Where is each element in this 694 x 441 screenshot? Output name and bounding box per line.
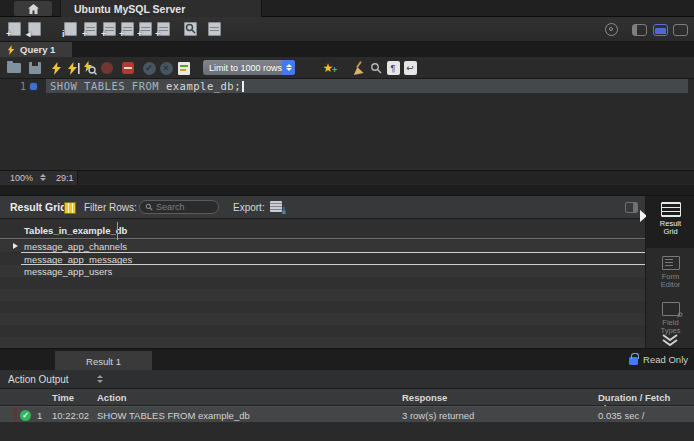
stop-query-icon[interactable] xyxy=(99,60,115,76)
action-output-column-headers: Time Action Response Duration / Fetch Ti… xyxy=(0,389,694,406)
create-view-icon[interactable]: + xyxy=(121,22,134,36)
zoom-stepper-icon[interactable] xyxy=(40,174,46,182)
current-line-highlight[interactable]: SHOW TABLES FROM example_db; xyxy=(46,79,688,93)
action-output-empty-area xyxy=(0,424,694,441)
dropdown-stepper-icon xyxy=(282,60,295,75)
tab-query-1[interactable]: Query 1 xyxy=(0,42,72,57)
sidebar-item-form-editor[interactable]: Form Editor xyxy=(646,252,694,298)
table-row[interactable]: message_app_channels xyxy=(0,240,645,252)
home-icon xyxy=(28,4,39,14)
query-tab-bar: Query 1 xyxy=(0,42,694,57)
stop-on-error-toggle-icon[interactable] xyxy=(120,60,136,76)
panel-splitter[interactable] xyxy=(0,185,694,196)
execute-current-statement-icon[interactable] xyxy=(65,60,81,76)
reconnect-dbms-icon[interactable] xyxy=(208,22,221,36)
limit-rows-value: Limit to 1000 rows xyxy=(203,63,282,73)
create-table-icon[interactable]: + xyxy=(103,22,116,36)
create-schema-icon[interactable]: + xyxy=(84,22,97,36)
limit-rows-dropdown[interactable]: Limit to 1000 rows xyxy=(203,60,295,75)
sql-editor[interactable]: 1 SHOW TABLES FROM example_db; xyxy=(0,79,694,170)
sidebar-item-result-grid[interactable]: Result Grid xyxy=(646,196,694,248)
search-input[interactable] xyxy=(156,202,212,212)
left-panel-toggle[interactable] xyxy=(632,24,647,36)
autocommit-toggle-icon[interactable] xyxy=(176,60,192,76)
bottom-panel-toggle[interactable] xyxy=(653,24,668,36)
field-types-icon xyxy=(662,302,680,316)
sidebar-collapse-chevron-icon[interactable] xyxy=(660,334,680,346)
current-row-arrow-icon xyxy=(13,243,18,249)
result-grid-toolbar: Result Grid Filter Rows: Export: xyxy=(0,196,645,219)
editor-status-bar: 100% 29:1 xyxy=(0,170,694,184)
rollback-icon[interactable]: × xyxy=(158,60,174,76)
result-view-sidebar: Result Grid Form Editor Field Types xyxy=(645,196,694,348)
form-editor-icon xyxy=(662,256,680,270)
statement-marker-icon xyxy=(30,83,37,90)
row-response: 3 row(s) returned xyxy=(402,410,474,421)
result-grid-view-icon xyxy=(661,202,681,217)
open-sql-script-icon[interactable]: ◂ xyxy=(28,22,41,36)
export-icon[interactable] xyxy=(270,201,282,212)
commit-icon[interactable]: ✓ xyxy=(141,60,157,76)
grid-icon xyxy=(64,202,76,214)
result-grid-title: Result Grid xyxy=(10,201,67,213)
column-header-label: Tables_in_example_db xyxy=(24,225,127,236)
show-invisibles-icon[interactable]: ¶ xyxy=(385,60,401,76)
export-label: Export: xyxy=(233,202,265,213)
query-tab-label: Query 1 xyxy=(20,44,55,55)
open-file-icon[interactable] xyxy=(6,60,22,76)
home-tab[interactable] xyxy=(14,1,52,16)
read-only-status: Read Only xyxy=(629,354,688,365)
lock-icon xyxy=(629,357,638,365)
row-marker xyxy=(14,407,17,422)
save-snippet-icon[interactable]: ★+ xyxy=(320,60,336,76)
tab-result-1[interactable]: Result 1 xyxy=(55,351,152,371)
save-script-icon[interactable] xyxy=(27,60,43,76)
success-check-icon: ✓ xyxy=(20,410,31,421)
row-action: SHOW TABLES FROM example_db xyxy=(97,410,250,421)
connection-tab-title: Ubuntu MySQL Server xyxy=(74,3,185,15)
action-output-title: Action Output xyxy=(8,374,69,385)
grid-column-header[interactable]: Tables_in_example_db xyxy=(0,222,645,239)
zoom-level: 100% xyxy=(10,173,33,183)
query-bolt-icon xyxy=(7,45,15,55)
sidebar-item-field-types[interactable]: Field Types xyxy=(646,300,694,338)
mysql-workbench-window: Ubuntu MySQL Server + ◂ i + + + + + Quer… xyxy=(0,0,694,441)
row-index: 1 xyxy=(37,410,42,421)
col-time[interactable]: Time xyxy=(52,392,74,403)
magnifier-glyph xyxy=(185,23,196,34)
status-circle-icon[interactable] xyxy=(605,23,618,36)
wrap-text-icon[interactable]: ↩ xyxy=(402,60,418,76)
filter-rows-label: Filter Rows: xyxy=(84,202,137,213)
col-action[interactable]: Action xyxy=(97,392,127,403)
result-grid-table[interactable]: Tables_in_example_db message_app_channel… xyxy=(0,219,645,348)
explain-plan-icon[interactable] xyxy=(82,60,98,76)
query-toolbar: ✓ × Limit to 1000 rows ★+ ¶ ↩ xyxy=(0,57,694,79)
create-function-icon[interactable]: + xyxy=(157,22,170,36)
filter-search-box[interactable] xyxy=(139,200,219,214)
action-output-header: Action Output xyxy=(0,370,694,389)
caret-position: 29:1 xyxy=(56,173,74,183)
line-number: 1 xyxy=(12,81,26,92)
find-icon[interactable] xyxy=(368,60,384,76)
connection-tab[interactable]: Ubuntu MySQL Server xyxy=(60,0,262,17)
create-procedure-icon[interactable]: + xyxy=(139,22,152,36)
object-inspector-icon[interactable]: i xyxy=(64,22,77,36)
grid-panel-toggle-icon[interactable] xyxy=(625,202,638,213)
table-row[interactable]: message_app_users xyxy=(0,265,645,277)
execute-query-icon[interactable] xyxy=(48,60,64,76)
col-response[interactable]: Response xyxy=(402,392,447,403)
text-caret xyxy=(242,81,244,92)
result-tab-bar: Result 1 Read Only xyxy=(0,348,694,370)
right-panel-toggle[interactable] xyxy=(673,24,688,36)
action-output-dropdown-icon[interactable] xyxy=(97,375,103,383)
action-output-row[interactable]: ✓ 1 10:22:02 SHOW TABLES FROM example_db… xyxy=(0,406,694,423)
main-toolbar: + ◂ i + + + + + xyxy=(0,17,694,42)
new-query-tab-icon[interactable]: + xyxy=(8,22,21,36)
row-time: 10:22:02 xyxy=(52,410,89,421)
search-icon xyxy=(145,203,153,211)
beautify-sql-icon[interactable] xyxy=(350,60,366,76)
search-table-data-icon[interactable] xyxy=(184,22,197,36)
title-bar: Ubuntu MySQL Server xyxy=(0,0,694,17)
sql-code: SHOW TABLES FROM example_db; xyxy=(46,80,244,93)
